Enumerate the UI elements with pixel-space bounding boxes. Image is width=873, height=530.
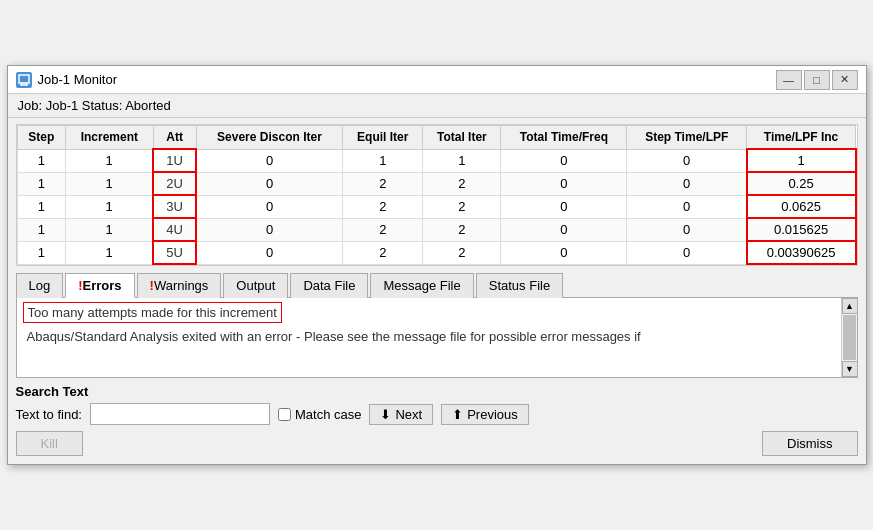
scrollbar-thumb[interactable] (843, 315, 856, 360)
match-case-checkbox[interactable] (278, 408, 291, 421)
cell-equil-iter: 2 (343, 172, 423, 195)
table-row: 1 1 3U 0 2 2 0 0 0.0625 (17, 195, 856, 218)
search-section: Search Text Text to find: Match case ⬇ N… (16, 384, 858, 425)
cell-step-time: 0 (627, 241, 747, 264)
job-statusbar: Job: Job-1 Status: Aborted (8, 94, 866, 118)
previous-label: Previous (467, 407, 518, 422)
tab-output[interactable]: Output (223, 273, 288, 298)
table-row: 1 1 2U 0 2 2 0 0 0.25 (17, 172, 856, 195)
dismiss-button[interactable]: Dismiss (762, 431, 858, 456)
cell-step: 1 (17, 149, 66, 172)
cell-time-lpf: 0.0625 (747, 195, 856, 218)
cell-equil-iter: 1 (343, 149, 423, 172)
next-button[interactable]: ⬇ Next (369, 404, 433, 425)
cell-step: 1 (17, 195, 66, 218)
table-row: 1 1 4U 0 2 2 0 0 0.015625 (17, 218, 856, 241)
svg-rect-0 (19, 75, 29, 83)
log-content: Too many attempts made for this incremen… (16, 298, 858, 378)
main-window: Job-1 Monitor — □ ✕ Job: Job-1 Status: A… (7, 65, 867, 465)
cell-step: 1 (17, 241, 66, 264)
maximize-button[interactable]: □ (804, 70, 830, 90)
cell-total-time: 0 (501, 149, 627, 172)
tab-exclaim-icon: ! (150, 278, 154, 293)
cell-total-iter: 2 (423, 218, 501, 241)
cell-increment: 1 (66, 218, 154, 241)
cell-att: 3U (153, 195, 196, 218)
cell-total-time: 0 (501, 218, 627, 241)
cell-step-time: 0 (627, 172, 747, 195)
cell-step: 1 (17, 218, 66, 241)
log-highlighted-line: Too many attempts made for this incremen… (23, 302, 282, 323)
tab-exclaim-icon: ! (78, 278, 82, 293)
cell-total-time: 0 (501, 241, 627, 264)
cell-time-lpf: 0.25 (747, 172, 856, 195)
cell-att: 4U (153, 218, 196, 241)
search-label: Search Text (16, 384, 858, 399)
cell-time-lpf: 0.015625 (747, 218, 856, 241)
window-title: Job-1 Monitor (38, 72, 117, 87)
cell-severe-discon: 0 (196, 149, 343, 172)
match-case-text: Match case (295, 407, 361, 422)
close-button[interactable]: ✕ (832, 70, 858, 90)
tab-warnings[interactable]: !Warnings (137, 273, 222, 298)
cell-total-time: 0 (501, 172, 627, 195)
tab-data-file[interactable]: Data File (290, 273, 368, 298)
tab-log[interactable]: Log (16, 273, 64, 298)
log-second-line: Abaqus/Standard Analysis exited with an … (23, 327, 831, 346)
cell-total-iter: 2 (423, 172, 501, 195)
app-icon (16, 72, 32, 88)
col-total-time: Total Time/Freq (501, 126, 627, 150)
data-table: Step Increment Att Severe Discon Iter Eq… (17, 125, 857, 265)
scrollbar[interactable]: ▲ ▼ (841, 298, 857, 377)
match-case-label: Match case (278, 407, 361, 422)
col-att: Att (153, 126, 196, 150)
cell-total-time: 0 (501, 195, 627, 218)
col-step: Step (17, 126, 66, 150)
cell-step-time: 0 (627, 149, 747, 172)
search-input[interactable] (90, 403, 270, 425)
cell-severe-discon: 0 (196, 195, 343, 218)
tab-message-file[interactable]: Message File (370, 273, 473, 298)
find-label: Text to find: (16, 407, 82, 422)
cell-increment: 1 (66, 241, 154, 264)
previous-button[interactable]: ⬆ Previous (441, 404, 529, 425)
job-status-text: Job: Job-1 Status: Aborted (18, 98, 171, 113)
tab-status-file[interactable]: Status File (476, 273, 563, 298)
cell-severe-discon: 0 (196, 172, 343, 195)
search-row: Text to find: Match case ⬇ Next ⬆ Previo… (16, 403, 858, 425)
scroll-up-arrow[interactable]: ▲ (842, 298, 858, 314)
cell-total-iter: 2 (423, 195, 501, 218)
bottom-bar: Kill Dismiss (16, 431, 858, 456)
cell-att: 5U (153, 241, 196, 264)
scroll-down-arrow[interactable]: ▼ (842, 361, 858, 377)
cell-equil-iter: 2 (343, 218, 423, 241)
prev-up-icon: ⬆ (452, 407, 463, 422)
tab-errors[interactable]: !Errors (65, 273, 134, 298)
kill-button[interactable]: Kill (16, 431, 83, 456)
cell-total-iter: 1 (423, 149, 501, 172)
table-row: 1 1 1U 0 1 1 0 0 1 (17, 149, 856, 172)
cell-att: 2U (153, 172, 196, 195)
col-equil-iter: Equil Iter (343, 126, 423, 150)
col-severe-discon: Severe Discon Iter (196, 126, 343, 150)
cell-step: 1 (17, 172, 66, 195)
table-header-row: Step Increment Att Severe Discon Iter Eq… (17, 126, 856, 150)
cell-increment: 1 (66, 172, 154, 195)
cell-increment: 1 (66, 195, 154, 218)
table-row: 1 1 5U 0 2 2 0 0 0.00390625 (17, 241, 856, 264)
cell-time-lpf: 1 (747, 149, 856, 172)
cell-step-time: 0 (627, 218, 747, 241)
titlebar: Job-1 Monitor — □ ✕ (8, 66, 866, 94)
cell-att: 1U (153, 149, 196, 172)
col-increment: Increment (66, 126, 154, 150)
cell-total-iter: 2 (423, 241, 501, 264)
next-down-icon: ⬇ (380, 407, 391, 422)
cell-step-time: 0 (627, 195, 747, 218)
minimize-button[interactable]: — (776, 70, 802, 90)
tabs-bar: Log!Errors!WarningsOutputData FileMessag… (16, 272, 858, 298)
cell-increment: 1 (66, 149, 154, 172)
titlebar-buttons: — □ ✕ (776, 70, 858, 90)
cell-equil-iter: 2 (343, 241, 423, 264)
col-total-iter: Total Iter (423, 126, 501, 150)
cell-time-lpf: 0.00390625 (747, 241, 856, 264)
